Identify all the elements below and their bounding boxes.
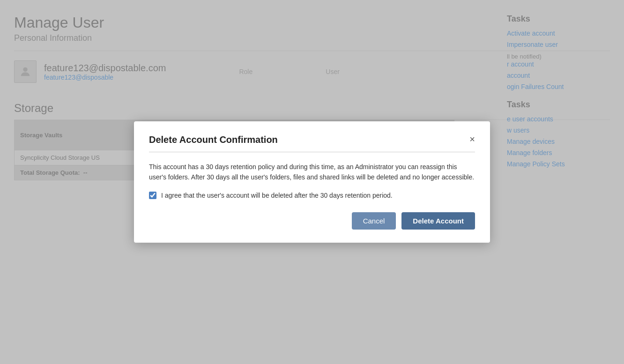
delete-account-button[interactable]: Delete Account — [401, 212, 475, 230]
modal-footer: Cancel Delete Account — [149, 212, 475, 230]
modal-body-text: This account has a 30 days retention pol… — [149, 162, 475, 183]
modal-checkbox-row: I agree that the user's account will be … — [149, 192, 475, 199]
agree-checkbox[interactable] — [149, 192, 156, 199]
modal-header: Delete Account Confirmation × — [149, 134, 475, 152]
agree-checkbox-label[interactable]: I agree that the user's account will be … — [161, 192, 393, 199]
delete-confirmation-modal: Delete Account Confirmation × This accou… — [134, 121, 490, 243]
cancel-button[interactable]: Cancel — [352, 212, 396, 230]
modal-overlay: Delete Account Confirmation × This accou… — [0, 0, 624, 364]
modal-title: Delete Account Confirmation — [149, 134, 278, 145]
modal-close-button[interactable]: × — [469, 134, 475, 144]
